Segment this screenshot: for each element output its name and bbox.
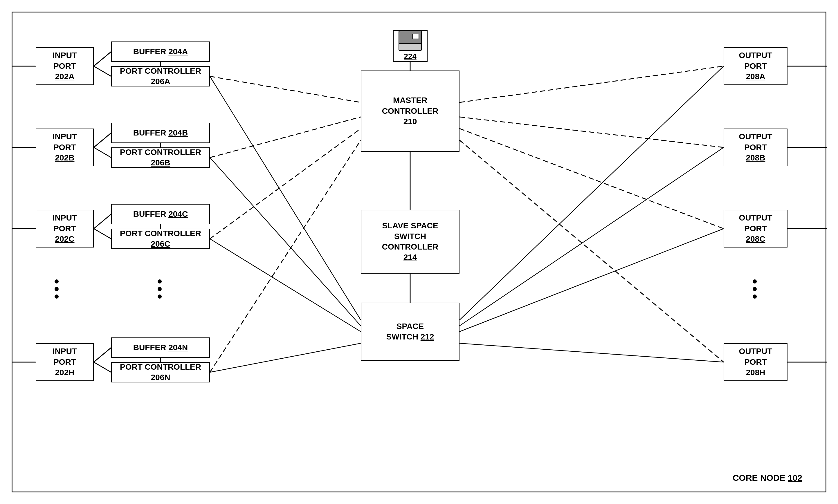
output-port-c-ref: 208C xyxy=(746,234,765,244)
input-port-c-ref: 202C xyxy=(55,234,75,244)
output-port-n: OUTPUTPORT208H xyxy=(724,343,787,381)
svg-line-5 xyxy=(94,133,111,147)
svg-line-20 xyxy=(210,117,361,158)
output-port-c: OUTPUTPORT208C xyxy=(724,210,787,248)
buffer-a: BUFFER 204A xyxy=(111,41,210,62)
svg-line-21 xyxy=(210,128,361,239)
disk-icon xyxy=(398,31,422,51)
port-controller-n: PORT CONTROLLER 206N xyxy=(111,362,210,382)
output-ellipsis xyxy=(753,280,757,299)
port-ctrl-b-ref: 206B xyxy=(151,158,171,167)
output-port-b-ref: 208B xyxy=(746,153,765,162)
buffer-b: BUFFER 204B xyxy=(111,123,210,143)
space-switch: SPACESWITCH 212 xyxy=(361,303,460,361)
slave-ctrl-ref: 214 xyxy=(404,253,417,262)
svg-line-11 xyxy=(94,362,111,372)
buffer-c: BUFFER 204C xyxy=(111,204,210,224)
svg-line-33 xyxy=(460,229,724,332)
svg-line-7 xyxy=(94,348,111,362)
port-controller-a: PORT CONTROLLER 206A xyxy=(111,66,210,87)
core-node-ref: 102 xyxy=(788,473,802,483)
port-ctrl-a-ref: 206A xyxy=(151,77,171,86)
svg-line-27 xyxy=(210,76,361,320)
svg-line-10 xyxy=(94,229,111,239)
input-port-n: INPUTPORT202H xyxy=(36,343,94,381)
svg-line-24 xyxy=(460,117,724,147)
svg-line-32 xyxy=(460,147,724,326)
buffer-n-ref: 204N xyxy=(168,343,188,352)
core-node-label: CORE NODE 102 xyxy=(733,473,802,483)
output-port-n-ref: 208H xyxy=(746,368,765,377)
port-ctrl-c-ref: 206C xyxy=(151,239,171,248)
outer-border: 224 INPUTPORT202A INPUTPORT202B INPUTPOR… xyxy=(12,12,826,492)
port-ctrl-n-ref: 206N xyxy=(151,373,171,382)
buffer-ellipsis xyxy=(158,280,162,299)
svg-line-8 xyxy=(94,66,111,76)
output-port-a-ref: 208A xyxy=(746,72,765,81)
svg-line-22 xyxy=(210,140,361,372)
input-port-b: INPUTPORT202B xyxy=(36,128,94,166)
master-ctrl-ref: 210 xyxy=(404,117,417,126)
svg-line-6 xyxy=(94,214,111,229)
buffer-b-ref: 204B xyxy=(168,128,188,137)
input-ellipsis xyxy=(55,280,59,299)
input-port-a: INPUTPORT202A xyxy=(36,47,94,85)
diagram-container: 224 INPUTPORT202A INPUTPORT202B INPUTPOR… xyxy=(0,0,838,504)
svg-line-23 xyxy=(460,66,724,103)
svg-line-9 xyxy=(94,147,111,158)
disk-icon-box: 224 xyxy=(393,30,428,62)
svg-line-19 xyxy=(210,76,361,103)
svg-line-26 xyxy=(460,140,724,362)
slave-space-switch-controller: SLAVE SPACESWITCHCONTROLLER214 xyxy=(361,210,460,274)
svg-line-29 xyxy=(210,239,361,332)
input-port-b-ref: 202B xyxy=(55,153,75,162)
output-port-a: OUTPUTPORT208A xyxy=(724,47,787,85)
space-switch-ref: 212 xyxy=(421,332,434,341)
port-controller-c: PORT CONTROLLER 206C xyxy=(111,229,210,249)
svg-line-30 xyxy=(210,343,361,372)
svg-line-31 xyxy=(460,66,724,320)
input-port-c: INPUTPORT202C xyxy=(36,210,94,248)
svg-line-25 xyxy=(460,128,724,229)
svg-line-4 xyxy=(94,52,111,66)
output-port-b: OUTPUTPORT208B xyxy=(724,128,787,166)
input-port-a-ref: 202A xyxy=(55,72,75,81)
disk-ref: 224 xyxy=(404,52,416,61)
buffer-n: BUFFER 204N xyxy=(111,338,210,358)
buffer-c-ref: 204C xyxy=(168,210,188,218)
input-port-n-ref: 202H xyxy=(55,368,75,377)
svg-line-28 xyxy=(210,158,361,326)
buffer-a-ref: 204A xyxy=(168,47,188,56)
master-controller: MASTERCONTROLLER210 xyxy=(361,71,460,152)
svg-line-34 xyxy=(460,343,724,362)
port-controller-b: PORT CONTROLLER 206B xyxy=(111,147,210,168)
